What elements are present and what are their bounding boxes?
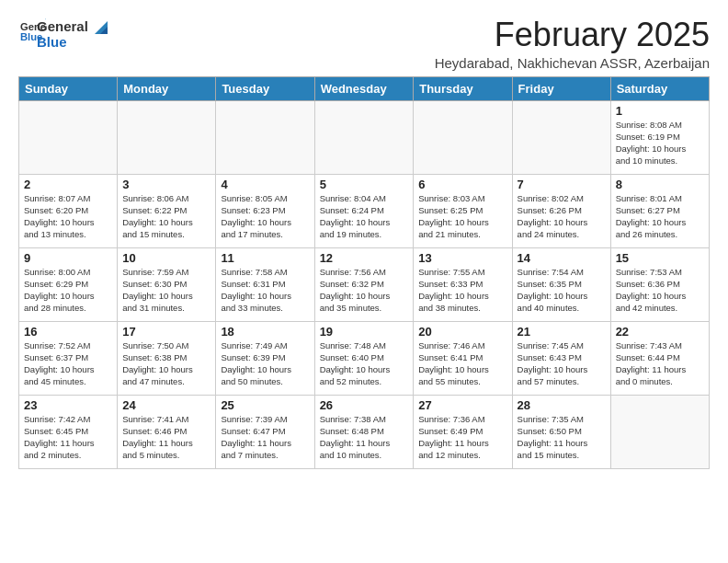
- day-number: 5: [320, 178, 409, 191]
- day-info: Sunrise: 7:48 AM Sunset: 6:40 PM Dayligh…: [320, 339, 409, 388]
- col-wednesday: Wednesday: [314, 76, 414, 100]
- day-number: 9: [24, 251, 112, 265]
- logo-blue: Blue: [37, 34, 88, 50]
- day-info: Sunrise: 7:55 AM Sunset: 6:33 PM Dayligh…: [418, 266, 506, 315]
- day-number: 24: [122, 398, 210, 412]
- title-block: February 2025 Heydarabad, Nakhichevan AS…: [435, 17, 710, 71]
- col-friday: Friday: [512, 76, 610, 100]
- calendar-cell-w3-d5: 21Sunrise: 7:45 AM Sunset: 6:43 PM Dayli…: [512, 321, 610, 395]
- day-info: Sunrise: 7:43 AM Sunset: 6:44 PM Dayligh…: [616, 339, 704, 388]
- week-row-0: 1Sunrise: 8:08 AM Sunset: 6:19 PM Daylig…: [19, 100, 710, 174]
- day-info: Sunrise: 7:49 AM Sunset: 6:39 PM Dayligh…: [221, 339, 309, 388]
- day-number: 21: [518, 325, 606, 339]
- day-number: 2: [24, 178, 112, 191]
- col-tuesday: Tuesday: [216, 76, 314, 100]
- calendar-cell-w4-d6: [610, 395, 709, 468]
- day-info: Sunrise: 8:04 AM Sunset: 6:24 PM Dayligh…: [320, 192, 409, 241]
- day-info: Sunrise: 7:45 AM Sunset: 6:43 PM Dayligh…: [518, 339, 606, 388]
- col-sunday: Sunday: [19, 76, 118, 100]
- day-number: 14: [518, 251, 606, 265]
- day-info: Sunrise: 7:59 AM Sunset: 6:30 PM Dayligh…: [122, 266, 210, 315]
- calendar-cell-w4-d0: 23Sunrise: 7:42 AM Sunset: 6:45 PM Dayli…: [19, 395, 118, 468]
- week-row-2: 9Sunrise: 8:00 AM Sunset: 6:29 PM Daylig…: [19, 247, 710, 321]
- col-thursday: Thursday: [414, 76, 512, 100]
- day-info: Sunrise: 8:08 AM Sunset: 6:19 PM Dayligh…: [616, 119, 704, 167]
- week-row-3: 16Sunrise: 7:52 AM Sunset: 6:37 PM Dayli…: [19, 321, 710, 395]
- day-info: Sunrise: 7:52 AM Sunset: 6:37 PM Dayligh…: [24, 339, 112, 388]
- day-number: 18: [221, 325, 309, 339]
- day-info: Sunrise: 7:53 AM Sunset: 6:36 PM Dayligh…: [616, 266, 704, 315]
- calendar-cell-w0-d0: [19, 100, 118, 174]
- calendar-cell-w2-d6: 15Sunrise: 7:53 AM Sunset: 6:36 PM Dayli…: [610, 247, 709, 321]
- calendar-cell-w3-d6: 22Sunrise: 7:43 AM Sunset: 6:44 PM Dayli…: [610, 321, 709, 395]
- day-info: Sunrise: 7:42 AM Sunset: 6:45 PM Dayligh…: [24, 413, 112, 462]
- logo-triangle-icon: [91, 17, 111, 38]
- day-number: 12: [320, 251, 409, 265]
- day-number: 1: [616, 104, 704, 118]
- day-number: 17: [122, 325, 210, 339]
- day-info: Sunrise: 7:39 AM Sunset: 6:47 PM Dayligh…: [221, 413, 309, 462]
- calendar-cell-w0-d6: 1Sunrise: 8:08 AM Sunset: 6:19 PM Daylig…: [610, 100, 709, 174]
- day-info: Sunrise: 8:03 AM Sunset: 6:25 PM Dayligh…: [418, 192, 506, 241]
- calendar-cell-w4-d4: 27Sunrise: 7:36 AM Sunset: 6:49 PM Dayli…: [414, 395, 512, 468]
- calendar-cell-w2-d5: 14Sunrise: 7:54 AM Sunset: 6:35 PM Dayli…: [512, 247, 610, 321]
- day-info: Sunrise: 8:00 AM Sunset: 6:29 PM Dayligh…: [24, 266, 112, 315]
- day-info: Sunrise: 8:05 AM Sunset: 6:23 PM Dayligh…: [221, 192, 309, 241]
- day-number: 23: [24, 398, 112, 412]
- calendar-cell-w3-d0: 16Sunrise: 7:52 AM Sunset: 6:37 PM Dayli…: [19, 321, 118, 395]
- day-number: 15: [616, 251, 704, 265]
- calendar-cell-w1-d2: 4Sunrise: 8:05 AM Sunset: 6:23 PM Daylig…: [216, 174, 314, 247]
- day-number: 3: [122, 178, 210, 191]
- day-info: Sunrise: 7:56 AM Sunset: 6:32 PM Dayligh…: [320, 266, 409, 315]
- day-number: 28: [518, 398, 606, 412]
- day-number: 16: [24, 325, 112, 339]
- week-row-1: 2Sunrise: 8:07 AM Sunset: 6:20 PM Daylig…: [19, 174, 710, 247]
- day-info: Sunrise: 7:50 AM Sunset: 6:38 PM Dayligh…: [122, 339, 210, 388]
- logo-general: General: [37, 18, 88, 34]
- calendar-cell-w1-d0: 2Sunrise: 8:07 AM Sunset: 6:20 PM Daylig…: [19, 174, 118, 247]
- calendar-cell-w3-d4: 20Sunrise: 7:46 AM Sunset: 6:41 PM Dayli…: [414, 321, 512, 395]
- calendar-cell-w1-d1: 3Sunrise: 8:06 AM Sunset: 6:22 PM Daylig…: [118, 174, 216, 247]
- col-monday: Monday: [118, 76, 216, 100]
- day-number: 10: [122, 251, 210, 265]
- calendar-cell-w2-d3: 12Sunrise: 7:56 AM Sunset: 6:32 PM Dayli…: [314, 247, 414, 321]
- day-info: Sunrise: 7:38 AM Sunset: 6:48 PM Dayligh…: [320, 413, 409, 462]
- calendar-cell-w2-d2: 11Sunrise: 7:58 AM Sunset: 6:31 PM Dayli…: [216, 247, 314, 321]
- col-saturday: Saturday: [610, 76, 709, 100]
- calendar-cell-w0-d4: [414, 100, 512, 174]
- calendar-cell-w3-d3: 19Sunrise: 7:48 AM Sunset: 6:40 PM Dayli…: [314, 321, 414, 395]
- calendar-cell-w0-d3: [314, 100, 414, 174]
- day-info: Sunrise: 8:02 AM Sunset: 6:26 PM Dayligh…: [518, 192, 606, 241]
- location-title: Heydarabad, Nakhichevan ASSR, Azerbaijan: [435, 55, 710, 71]
- day-number: 7: [518, 178, 606, 191]
- day-number: 6: [418, 178, 506, 191]
- week-row-4: 23Sunrise: 7:42 AM Sunset: 6:45 PM Dayli…: [19, 395, 710, 468]
- calendar-cell-w3-d1: 17Sunrise: 7:50 AM Sunset: 6:38 PM Dayli…: [118, 321, 216, 395]
- page: General Blue General Blue February 2025 …: [0, 0, 728, 563]
- day-info: Sunrise: 7:41 AM Sunset: 6:46 PM Dayligh…: [122, 413, 210, 462]
- calendar-cell-w0-d5: [512, 100, 610, 174]
- calendar-cell-w4-d5: 28Sunrise: 7:35 AM Sunset: 6:50 PM Dayli…: [512, 395, 610, 468]
- month-title: February 2025: [435, 17, 710, 53]
- day-info: Sunrise: 7:46 AM Sunset: 6:41 PM Dayligh…: [418, 339, 506, 388]
- calendar-cell-w1-d6: 8Sunrise: 8:01 AM Sunset: 6:27 PM Daylig…: [610, 174, 709, 247]
- day-info: Sunrise: 8:06 AM Sunset: 6:22 PM Dayligh…: [122, 192, 210, 241]
- day-number: 25: [221, 398, 309, 412]
- calendar-cell-w0-d2: [216, 100, 314, 174]
- day-number: 26: [320, 398, 409, 412]
- calendar-cell-w1-d3: 5Sunrise: 8:04 AM Sunset: 6:24 PM Daylig…: [314, 174, 414, 247]
- day-info: Sunrise: 7:58 AM Sunset: 6:31 PM Dayligh…: [221, 266, 309, 315]
- day-number: 20: [418, 325, 506, 339]
- calendar-cell-w2-d4: 13Sunrise: 7:55 AM Sunset: 6:33 PM Dayli…: [414, 247, 512, 321]
- day-number: 27: [418, 398, 506, 412]
- day-info: Sunrise: 8:07 AM Sunset: 6:20 PM Dayligh…: [24, 192, 112, 241]
- day-info: Sunrise: 7:36 AM Sunset: 6:49 PM Dayligh…: [418, 413, 506, 462]
- day-number: 8: [616, 178, 704, 191]
- calendar-cell-w2-d1: 10Sunrise: 7:59 AM Sunset: 6:30 PM Dayli…: [118, 247, 216, 321]
- day-info: Sunrise: 7:35 AM Sunset: 6:50 PM Dayligh…: [518, 413, 606, 462]
- calendar-header-row: Sunday Monday Tuesday Wednesday Thursday…: [19, 76, 710, 100]
- calendar-cell-w4-d2: 25Sunrise: 7:39 AM Sunset: 6:47 PM Dayli…: [216, 395, 314, 468]
- day-number: 13: [418, 251, 506, 265]
- header: General Blue General Blue February 2025 …: [18, 17, 710, 71]
- calendar-cell-w2-d0: 9Sunrise: 8:00 AM Sunset: 6:29 PM Daylig…: [19, 247, 118, 321]
